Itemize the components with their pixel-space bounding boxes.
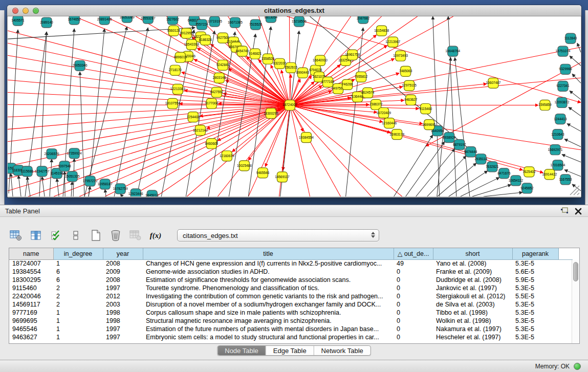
network-view-window[interactable]: citations_edges.txt 14055712089140167465… — [7, 5, 581, 198]
graph-node[interactable]: 10654112 — [509, 176, 524, 186]
graph-node[interactable]: 17016504 — [551, 160, 565, 170]
graph-node[interactable]: 9397548 — [58, 161, 71, 171]
graph-node[interactable]: 8912955 — [180, 28, 193, 38]
graph-node[interactable]: 16963178 — [389, 129, 404, 140]
graph-node[interactable]: 7254402 — [187, 112, 200, 122]
table-row[interactable]: 1456911722003Disruption of a novel membe… — [9, 300, 573, 309]
graph-node[interactable]: 9474444 — [464, 147, 477, 157]
import-table-icon[interactable] — [129, 229, 142, 242]
column-header-year[interactable]: year — [103, 248, 143, 259]
graph-node[interactable]: 16154838 — [374, 26, 389, 36]
graph-node[interactable]: 17359924 — [67, 148, 82, 159]
column-header-name[interactable]: name — [9, 248, 53, 259]
graph-node[interactable]: 9463627 — [404, 95, 418, 105]
table-selector-dropdown[interactable]: citations_edges.txt — [177, 229, 379, 242]
graph-node[interactable]: 10719195 — [207, 16, 222, 27]
graph-node[interactable]: 1167553 — [559, 174, 572, 185]
graph-node[interactable]: 16648764 — [445, 46, 460, 56]
graph-node[interactable]: 9896019 — [174, 52, 187, 62]
graph-node[interactable]: 1558520 — [262, 54, 275, 64]
graph-node[interactable]: 16720409 — [376, 108, 391, 118]
graph-node[interactable]: 9227341 — [556, 81, 570, 91]
table-row[interactable]: 2242004622012Investigating the contribut… — [9, 292, 573, 300]
graph-node[interactable]: 3624574 — [361, 87, 375, 98]
graph-node[interactable]: 10973493 — [393, 51, 408, 61]
graph-node[interactable]: 9245652 — [520, 183, 534, 193]
graph-node[interactable]: 2087682 — [357, 16, 370, 24]
window-titlebar[interactable]: citations_edges.txt — [7, 5, 581, 16]
graph-node[interactable]: 20206576 — [45, 149, 59, 159]
graph-node[interactable]: 2718170 — [169, 65, 182, 75]
graph-node[interactable]: 12213967 — [385, 37, 400, 47]
graph-node[interactable]: 2803144 — [213, 73, 226, 83]
table-row[interactable]: 946362711997Embryonic stem cells: a mode… — [9, 333, 573, 341]
function-builder-icon[interactable]: f(x) — [149, 229, 162, 242]
select-rows-icon[interactable] — [49, 229, 62, 242]
graph-node[interactable]: 16053389 — [120, 16, 135, 23]
graph-node[interactable]: 16640910 — [313, 55, 328, 65]
table-row[interactable]: 946554611997Estimation of the future num… — [9, 325, 573, 333]
column-header-pagerank[interactable]: pagerank — [512, 248, 558, 259]
graph-node[interactable]: 10607487 — [486, 78, 500, 88]
graph-node[interactable]: 9329966 — [559, 64, 572, 74]
graph-node[interactable]: 12975115 — [402, 80, 417, 91]
show-columns-icon[interactable] — [29, 229, 42, 242]
column-header-in-degree[interactable]: in_degree — [53, 248, 103, 259]
graph-node[interactable]: 16961758 — [345, 50, 360, 60]
new-table-icon[interactable] — [89, 229, 102, 242]
graph-node[interactable]: 14569117 — [275, 172, 290, 182]
graph-node[interactable]: 8427552 — [210, 87, 224, 97]
network-canvas[interactable]: 1405571208914016746522089140616053389105… — [8, 16, 581, 196]
graph-node[interactable]: 10958187 — [98, 179, 113, 189]
graph-node[interactable]: 12093872 — [555, 97, 570, 107]
tab-edge-table[interactable]: Edge Table — [266, 346, 314, 355]
graph-node[interactable]: 8938924 — [443, 133, 456, 143]
close-panel-icon[interactable] — [575, 208, 582, 215]
row-height-icon[interactable] — [69, 229, 82, 242]
graph-node[interactable]: 7625402 — [522, 167, 536, 177]
graph-node[interactable]: 8813054 — [265, 16, 278, 23]
graph-node[interactable]: 16671385 — [228, 17, 243, 28]
graph-node[interactable]: 7557224 — [195, 19, 209, 30]
graph-node[interactable]: 9560128 — [167, 26, 181, 36]
table-row[interactable]: 1938455462009Genome-wide association stu… — [9, 268, 573, 276]
graph-node[interactable]: 7632621 — [486, 162, 499, 172]
graph-node[interactable]: 8460605 — [205, 139, 219, 149]
graph-node[interactable]: 8454749 — [236, 46, 249, 56]
graph-node[interactable]: 2935114 — [474, 154, 487, 164]
graph-node[interactable]: 15051335 — [65, 171, 80, 182]
graph-node[interactable]: 1595859 — [538, 100, 552, 110]
graph-node[interactable]: 17957272 — [83, 176, 98, 186]
graph-node[interactable]: 9115460 — [419, 103, 432, 114]
graph-node[interactable]: 9699695 — [423, 120, 436, 130]
table-scrollbar[interactable] — [572, 260, 579, 343]
graph-node[interactable]: 12160679 — [220, 151, 234, 161]
table-row[interactable]: 911546021997Tourette syndrome. Phenomeno… — [9, 284, 573, 292]
graph-node[interactable]: 8186328 — [199, 35, 212, 45]
table-row[interactable]: 1872400712008Changes of HCN gene express… — [9, 259, 573, 268]
graph-node[interactable]: 15218506 — [292, 16, 307, 27]
graph-node[interactable]: 6879197 — [453, 140, 466, 150]
column-header-short[interactable]: short — [433, 248, 512, 259]
graph-node[interactable]: 1674652 — [68, 16, 81, 25]
graph-node[interactable]: 9242845 — [216, 60, 230, 70]
graph-node[interactable]: 7485063 — [399, 66, 412, 76]
graph-node[interactable]: 9845012 — [146, 190, 159, 196]
graph-node[interactable]: 1112843 — [564, 33, 577, 43]
graph-node[interactable]: 9777169 — [321, 77, 335, 87]
graph-node[interactable]: 10025488 — [237, 161, 252, 171]
graph-node[interactable]: 12923446 — [128, 189, 143, 196]
graph-node[interactable]: 9177004 — [205, 98, 219, 108]
graph-node[interactable]: 2089140 — [40, 17, 53, 28]
graph-node[interactable]: 7955812 — [355, 72, 368, 82]
table-row[interactable]: 1830029562008Estimation of significance … — [9, 276, 573, 284]
graph-node[interactable]: 1527602 — [166, 16, 180, 25]
graph-node[interactable]: 12160446 — [382, 118, 397, 128]
graph-node[interactable]: 746266 — [342, 79, 353, 90]
graph-node[interactable]: 16914422 — [542, 169, 557, 180]
tab-network-table[interactable]: Network Table — [314, 346, 371, 355]
graph-node[interactable]: 9465546 — [256, 168, 270, 178]
table-scrollbar-thumb[interactable] — [573, 262, 578, 281]
graph-node[interactable]: 20891406 — [97, 16, 112, 25]
graph-node[interactable]: 1210643 — [551, 129, 564, 140]
